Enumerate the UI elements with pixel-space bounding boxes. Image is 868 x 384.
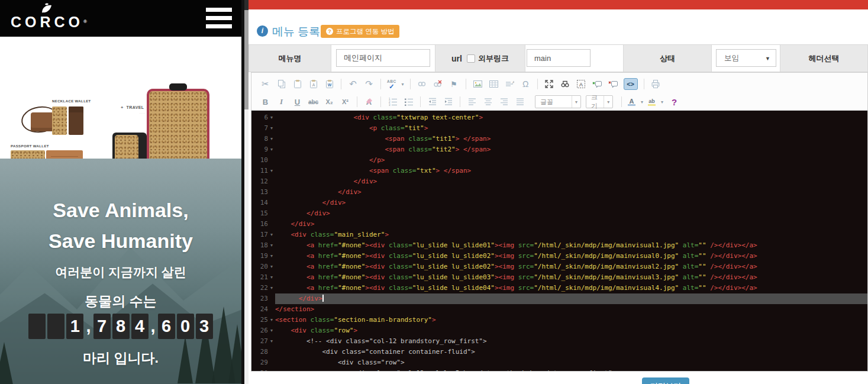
toolbar-row-2: B I U abc X₂ X² A 123 bbox=[251, 93, 867, 111]
scrollbar-top-cap bbox=[244, 0, 249, 10]
fold-arrow-icon[interactable]: ▾ bbox=[268, 336, 275, 347]
undo-icon[interactable]: ↶ bbox=[347, 78, 359, 90]
fold-spacer bbox=[268, 198, 275, 208]
font-size-dropdown[interactable]: 크기 ▾ bbox=[586, 95, 613, 108]
hero-section: Save Animals, Save Humanity 여러분이 지금까지 살린… bbox=[0, 159, 241, 384]
source-code-button[interactable]: <> bbox=[624, 78, 638, 90]
editor-toolbar: ✂ A W ↶ ↷ ABC ✓ bbox=[251, 73, 867, 111]
toolbar-separator bbox=[621, 96, 622, 107]
text-color-caret-icon[interactable]: ▾ bbox=[641, 99, 643, 105]
chevron-down-icon: ▾ bbox=[604, 96, 612, 108]
site-logo[interactable]: CORCO® bbox=[11, 2, 82, 36]
link-icon[interactable] bbox=[417, 78, 428, 90]
bold-icon[interactable]: B bbox=[260, 96, 271, 108]
print-icon[interactable] bbox=[650, 78, 662, 90]
paste-text-icon[interactable]: A bbox=[308, 78, 319, 90]
subscript-icon[interactable]: X₂ bbox=[324, 96, 335, 108]
align-justify-icon[interactable] bbox=[514, 96, 525, 108]
hero-subtitle-1: 여러분이 지금까지 살린 bbox=[0, 264, 241, 280]
logo-text: CORCO bbox=[11, 14, 83, 30]
cut-icon[interactable]: ✂ bbox=[260, 78, 271, 90]
bulleted-list-icon[interactable] bbox=[403, 96, 414, 108]
spellcheck-caret-icon[interactable]: ▾ bbox=[402, 82, 404, 87]
increase-indent-icon[interactable] bbox=[443, 96, 454, 108]
fold-arrow-icon[interactable]: ▾ bbox=[268, 283, 275, 293]
font-family-dropdown[interactable]: 글꼴 ▾ bbox=[535, 95, 581, 108]
vertical-scrollbar[interactable] bbox=[244, 0, 249, 384]
editor-help-icon[interactable]: ? bbox=[672, 97, 677, 107]
counter-digit bbox=[47, 314, 64, 339]
find-icon[interactable] bbox=[560, 78, 571, 90]
align-left-icon[interactable] bbox=[466, 96, 477, 108]
decrease-indent-icon[interactable] bbox=[427, 96, 438, 108]
preview-button[interactable]: 미리보기 bbox=[642, 377, 689, 384]
image-icon[interactable] bbox=[472, 78, 483, 90]
strikethrough-icon[interactable]: abc bbox=[308, 96, 319, 108]
counter-digit: 4 bbox=[131, 314, 149, 339]
scrollbar-thumb[interactable] bbox=[244, 10, 249, 109]
align-right-icon[interactable] bbox=[498, 96, 509, 108]
select-all-icon[interactable]: A bbox=[576, 78, 587, 90]
svg-text:3: 3 bbox=[389, 104, 391, 107]
fold-arrow-icon[interactable]: ▾ bbox=[268, 315, 275, 325]
fold-arrow-icon[interactable]: ▾ bbox=[268, 112, 275, 123]
hamburger-menu-icon[interactable] bbox=[206, 8, 232, 29]
unlink-icon[interactable] bbox=[433, 78, 444, 90]
status-select[interactable]: 보임 ▼ bbox=[716, 49, 776, 67]
add-comment-icon[interactable] bbox=[592, 78, 603, 90]
fold-arrow-icon[interactable]: ▾ bbox=[268, 134, 275, 144]
code-line: 9▾ <span class="tit2"> </span> bbox=[251, 144, 867, 155]
highlight-color-caret-icon[interactable]: ▾ bbox=[661, 99, 663, 105]
product-slider[interactable]: NECKLACE WALLET PASSPORT WALLET ✦ TRAVEL… bbox=[0, 37, 241, 159]
horizontal-line-icon[interactable]: A bbox=[504, 78, 515, 90]
fold-arrow-icon[interactable]: ▾ bbox=[268, 123, 275, 134]
program-link-help-button[interactable]: ? 프로그램 연동 방법 bbox=[321, 25, 399, 38]
url-input[interactable] bbox=[527, 49, 591, 67]
fold-arrow-icon[interactable]: ▾ bbox=[268, 166, 275, 176]
anchor-flag-icon[interactable]: ⚑ bbox=[448, 78, 460, 90]
paste-word-icon[interactable]: W bbox=[324, 78, 335, 90]
fold-arrow-icon[interactable]: ▾ bbox=[268, 272, 275, 283]
product-image-cardcase-brown bbox=[69, 107, 83, 135]
table-icon[interactable] bbox=[488, 78, 499, 90]
fold-arrow-icon[interactable]: ▾ bbox=[268, 325, 275, 336]
code-lines: 6▾ <div class="txtwrap text-center">7▾ <… bbox=[251, 111, 867, 371]
copy-icon[interactable] bbox=[276, 78, 287, 90]
redo-icon[interactable]: ↷ bbox=[363, 78, 375, 90]
counter-digit: 1 bbox=[66, 314, 83, 339]
spellcheck-icon[interactable]: ABC ✓ bbox=[387, 79, 396, 89]
superscript-icon[interactable]: X² bbox=[340, 96, 351, 108]
special-char-omega-icon[interactable]: Ω bbox=[520, 78, 531, 90]
external-link-checkbox[interactable] bbox=[467, 54, 475, 63]
fold-spacer bbox=[268, 357, 275, 368]
fold-spacer bbox=[268, 155, 275, 166]
text-color-icon[interactable]: A bbox=[628, 98, 635, 106]
counter-digit: 8 bbox=[112, 314, 130, 339]
numbered-list-icon[interactable]: 123 bbox=[387, 96, 398, 108]
toolbar-separator bbox=[466, 79, 466, 89]
hero-subtitle-2: 동물의 수는 bbox=[0, 292, 241, 311]
underline-icon[interactable]: U bbox=[292, 96, 303, 108]
paste-icon[interactable] bbox=[292, 78, 303, 90]
counter-digit: 3 bbox=[196, 314, 213, 339]
fold-arrow-icon[interactable]: ▾ bbox=[268, 230, 275, 240]
align-center-icon[interactable] bbox=[482, 96, 493, 108]
fold-arrow-icon[interactable]: ▾ bbox=[268, 240, 275, 251]
source-code-area[interactable]: 6▾ <div class="txtwrap text-center">7▾ <… bbox=[251, 111, 867, 371]
highlight-color-icon[interactable]: ab bbox=[648, 98, 656, 106]
remove-comment-icon[interactable] bbox=[608, 78, 619, 90]
remove-format-icon[interactable]: A bbox=[363, 96, 375, 108]
svg-text:A: A bbox=[579, 82, 583, 88]
italic-icon[interactable]: I bbox=[276, 96, 287, 108]
maximize-icon[interactable] bbox=[544, 78, 555, 90]
counter-comma: , bbox=[150, 317, 156, 336]
code-line: 28 <div class="container container-fluid… bbox=[251, 347, 867, 357]
menu-name-input[interactable] bbox=[336, 49, 430, 67]
chevron-down-icon: ▾ bbox=[572, 96, 580, 108]
status-select-value: 보임 bbox=[724, 53, 739, 63]
fold-arrow-icon[interactable]: ▾ bbox=[268, 262, 275, 272]
fold-arrow-icon[interactable]: ▾ bbox=[268, 144, 275, 155]
counter-digit: 6 bbox=[158, 314, 175, 339]
fold-arrow-icon[interactable]: ▾ bbox=[268, 251, 275, 262]
code-line: 24</section> bbox=[251, 304, 867, 315]
